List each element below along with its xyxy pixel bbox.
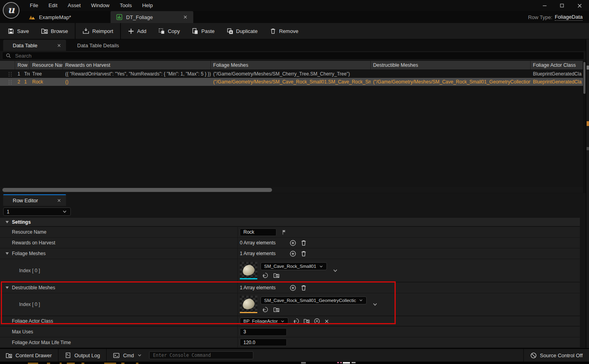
browse-to-asset-icon[interactable] <box>303 318 310 324</box>
clear-class-icon[interactable] <box>324 319 329 324</box>
menu-help[interactable]: Help <box>137 0 158 11</box>
menu-window[interactable]: Window <box>86 0 115 11</box>
tab-examplemap[interactable]: ExampleMap* <box>23 11 77 23</box>
column-header-foliage-actor-class[interactable]: Foliage Actor Class <box>531 61 583 70</box>
use-selected-asset-icon[interactable] <box>262 272 268 279</box>
expander-chevron-icon[interactable] <box>372 302 378 307</box>
row-number: 1 <box>17 71 20 77</box>
tab-close-icon[interactable] <box>183 15 188 19</box>
browse-to-asset-icon[interactable] <box>273 306 280 313</box>
clear-array-icon[interactable] <box>300 285 307 291</box>
array-element-count: 1 Array elements <box>240 251 290 256</box>
vertical-scrollbar[interactable] <box>583 61 586 193</box>
expander-chevron-icon[interactable] <box>332 268 338 273</box>
geometry-collection-thumbnail[interactable] <box>240 296 257 313</box>
maximize-icon[interactable] <box>555 1 569 10</box>
use-selected-asset-icon[interactable] <box>262 306 268 313</box>
close-window-icon[interactable] <box>572 1 587 10</box>
tab-close-icon[interactable] <box>57 198 61 203</box>
settings-category-header[interactable]: Settings <box>0 218 580 227</box>
clear-array-icon[interactable] <box>300 250 307 257</box>
browse-button[interactable]: Browse <box>35 23 74 39</box>
data-table-icon <box>116 14 122 20</box>
cell-destructible-meshes: ("/Game/Geometry/Meshes/SM_Cave_Rock_Sma… <box>371 78 531 86</box>
reimport-button[interactable]: Reimport <box>76 23 119 39</box>
flag-icon[interactable] <box>281 229 287 235</box>
column-header-rewards-on-harvest[interactable]: Rewards on Harvest <box>63 61 211 70</box>
unreal-logo-icon[interactable]: u <box>3 2 19 19</box>
static-mesh-picker-dropdown[interactable]: SM_Cave_Rock_Small01 <box>260 262 327 270</box>
add-button[interactable]: Add <box>122 23 152 39</box>
statusbar-separator <box>58 349 58 362</box>
add-array-element-icon[interactable] <box>290 250 296 257</box>
column-header-destructible-meshes[interactable]: Destructible Meshes <box>371 61 531 70</box>
asset-type-color-bar <box>240 278 257 279</box>
column-header-row[interactable]: Row <box>15 61 30 70</box>
horizontal-scrollbar-thumb[interactable] <box>2 188 272 192</box>
row-drag-handle-icon[interactable] <box>5 78 15 86</box>
data-table-grid: Row Resource Name Rewards on Harvest Fol… <box>0 61 583 193</box>
row-selector-dropdown[interactable]: 1 <box>3 207 71 216</box>
expand-arrow-icon[interactable] <box>6 252 9 255</box>
remove-button[interactable]: Remove <box>264 23 304 39</box>
save-button[interactable]: Save <box>2 23 35 39</box>
add-array-element-icon[interactable] <box>290 240 296 246</box>
array-index-label: Index [ 0 ] <box>0 293 237 316</box>
column-header-foliage-meshes[interactable]: Foliage Meshes <box>211 61 371 70</box>
expand-arrow-icon[interactable] <box>6 287 9 289</box>
property-row-max-uses: Max Uses <box>0 327 580 337</box>
table-row-selected[interactable]: 21 Rock () ("/Game/Geometry/Meshes/SM_Ca… <box>0 78 583 86</box>
use-selected-asset-icon[interactable] <box>293 318 299 324</box>
console-command-input[interactable] <box>149 351 253 359</box>
content-drawer-button[interactable]: Content Drawer <box>6 352 52 359</box>
max-life-time-input[interactable] <box>240 339 287 346</box>
cmd-dropdown[interactable]: Cmd <box>113 352 142 359</box>
chevron-down-icon <box>319 264 323 269</box>
row-name: Tree <box>24 71 30 77</box>
resource-name-input[interactable] <box>240 228 276 236</box>
tab-data-table[interactable]: Data Table <box>3 40 66 51</box>
geometry-collection-picker-dropdown[interactable]: SM_Cave_Rock_Small01_GeometryCollectic <box>260 296 367 304</box>
rock-asset-preview <box>241 263 256 277</box>
browse-to-asset-icon[interactable] <box>273 272 280 279</box>
tab-dt-foliage[interactable]: DT_Foliage <box>111 11 193 23</box>
property-label: Resource Name <box>0 227 237 237</box>
cell-foliage-meshes: ("/Game/Geometry/Meshes/SM_Cave_Rock_Sma… <box>211 78 371 86</box>
search-input[interactable] <box>14 52 581 59</box>
asset-type-color-bar <box>240 312 257 313</box>
menu-edit[interactable]: Edit <box>43 0 62 11</box>
level-map-icon <box>29 14 35 21</box>
tab-row-editor[interactable]: Row Editor <box>3 194 66 206</box>
source-control-button[interactable]: Source Control Off <box>530 352 583 359</box>
asset-tab-strip: ExampleMap* DT_Foliage Row Type: Foliage… <box>0 11 589 23</box>
minimize-icon[interactable] <box>537 1 552 10</box>
duplicate-button[interactable]: Duplicate <box>221 23 264 39</box>
row-name: 1 <box>24 79 27 85</box>
table-row[interactable]: 1Tree Tree ({ "RewardOnHarvest": "Yes", … <box>0 70 583 78</box>
cell-rewards-on-harvest: () <box>63 78 211 86</box>
tab-examplemap-label: ExampleMap* <box>39 14 71 20</box>
paste-button[interactable]: Paste <box>186 23 220 39</box>
static-mesh-thumbnail[interactable] <box>240 262 257 279</box>
row-type-value-link[interactable]: FoliageData <box>555 14 583 21</box>
copy-button[interactable]: Copy <box>152 23 186 39</box>
output-log-button[interactable]: Output Log <box>65 352 100 358</box>
expand-arrow-icon[interactable] <box>6 221 9 223</box>
menu-asset[interactable]: Asset <box>62 0 86 11</box>
cell-foliage-meshes: ("/Game/Geometry/Meshes/SM_Cherry_Tree.S… <box>211 70 371 78</box>
cell-foliage-actor-class: BlueprintGeneratedCla <box>531 78 583 86</box>
menu-file[interactable]: File <box>25 0 43 11</box>
add-class-icon[interactable] <box>314 318 320 324</box>
tab-data-table-details[interactable]: Data Table Details <box>70 40 126 51</box>
add-array-element-icon[interactable] <box>290 285 296 291</box>
clear-array-icon[interactable] <box>300 240 307 246</box>
vertical-scrollbar-thumb[interactable] <box>583 62 585 94</box>
toolbar-separator <box>120 23 121 39</box>
tab-close-icon[interactable] <box>57 43 61 48</box>
max-uses-input[interactable] <box>240 328 287 336</box>
menu-tools[interactable]: Tools <box>115 0 137 11</box>
horizontal-scrollbar[interactable] <box>0 187 583 193</box>
actor-class-picker-dropdown[interactable]: BP_FoliageActor <box>240 318 288 325</box>
row-drag-handle-icon[interactable] <box>5 70 15 78</box>
column-header-resource-name[interactable]: Resource Name <box>30 61 63 70</box>
